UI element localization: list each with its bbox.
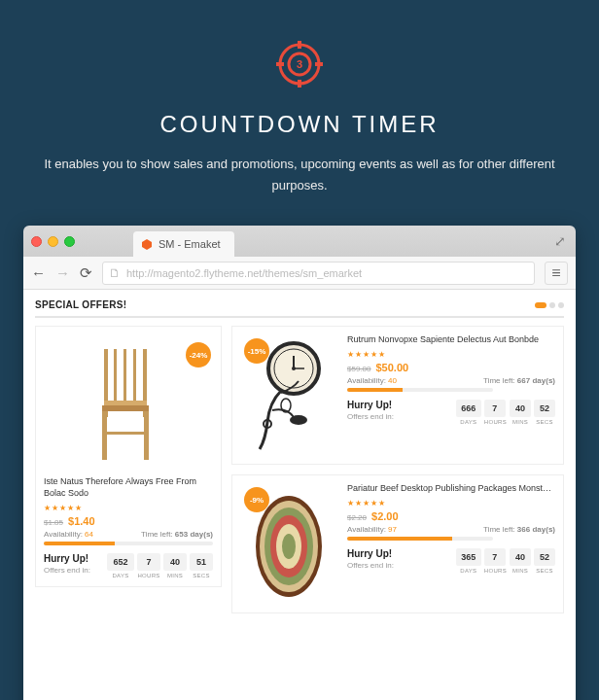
hero-title: COUNTDOWN TIMER	[19, 111, 580, 138]
svg-rect-10	[123, 349, 126, 402]
offers-end-label: Offers end in:	[347, 412, 394, 421]
product-card[interactable]: -15%	[231, 326, 564, 465]
svg-marker-7	[142, 239, 152, 250]
carousel-pager[interactable]	[535, 302, 564, 308]
availability-value: 40	[388, 376, 397, 385]
offers-end-label: Offers end in:	[347, 561, 394, 570]
availability-bar	[347, 537, 493, 541]
hurry-label: Hurry Up!	[44, 553, 90, 564]
availability-bar	[44, 542, 213, 545]
product-title: Pariatur Beef Desktop Publishing Package…	[347, 483, 555, 495]
hero-subtitle: It enables you to show sales and promoti…	[27, 154, 572, 196]
svg-rect-11	[133, 349, 136, 402]
browser-tab[interactable]: SM - Emaket	[133, 231, 234, 257]
cd-mins: 40	[163, 553, 187, 571]
product-image: -15%	[240, 334, 337, 456]
countdown-timer: 652DAYS 7HOURS 40MINS 51SECS	[107, 553, 213, 578]
countdown-timer: 666DAYS 7HOURS 40MINS 52SECS	[456, 400, 555, 425]
window-minimize-button[interactable]	[48, 236, 58, 247]
window-maximize-button[interactable]	[64, 236, 75, 247]
svg-rect-5	[315, 62, 323, 66]
pager-dot[interactable]	[549, 302, 555, 308]
discount-badge: -24%	[186, 342, 211, 368]
url-text: http://magento2.flytheme.net/themes/sm_e…	[126, 267, 362, 279]
browser-tabbar: SM - Emaket ⤢	[23, 226, 576, 257]
price: $50.00	[375, 362, 408, 373]
cd-hours: 7	[137, 553, 160, 571]
hamburger-menu-button[interactable]: ≡	[545, 262, 568, 285]
rating-stars: ★★★★★	[347, 499, 555, 508]
price: $1.40	[68, 515, 95, 527]
timeleft-value: 366 day(s)	[517, 525, 555, 534]
section-title: SPECIAL OFFERS!	[35, 299, 126, 310]
window-close-button[interactable]	[31, 236, 42, 247]
timeleft-label: Time left:	[141, 530, 173, 539]
availability-bar	[347, 388, 493, 392]
back-button[interactable]: ←	[31, 264, 46, 281]
svg-rect-16	[144, 411, 149, 460]
cd-days: 652	[107, 553, 134, 571]
svg-rect-14	[102, 405, 149, 411]
svg-rect-3	[298, 80, 301, 88]
pager-dot[interactable]	[558, 302, 564, 308]
target-icon: 3	[274, 39, 325, 93]
reload-button[interactable]: ⟳	[80, 264, 92, 282]
svg-rect-2	[298, 41, 301, 49]
svg-rect-17	[104, 432, 147, 435]
old-price: $2.20	[347, 513, 367, 522]
expand-icon[interactable]: ⤢	[554, 233, 566, 249]
old-price: $59.00	[347, 365, 370, 373]
svg-rect-4	[276, 62, 284, 66]
product-card[interactable]: -9% Pariatur Beef Desktop Publishing Pac…	[231, 474, 564, 613]
old-price: $1.85	[44, 518, 63, 527]
product-title: Iste Natus Therefore Always Free From Bo…	[44, 476, 213, 499]
address-bar[interactable]: 🗋 http://magento2.flytheme.net/themes/sm…	[102, 262, 535, 285]
price: $2.00	[371, 510, 399, 522]
cd-secs: 51	[190, 553, 213, 571]
hurry-label: Hurry Up!	[347, 548, 394, 559]
pager-dot[interactable]	[535, 302, 546, 308]
timeleft-value: 653 day(s)	[175, 530, 213, 539]
product-title: Rutrum Nonvopxe Sapiente Delectus Aut Bo…	[347, 334, 555, 346]
countdown-timer: 365DAYS 7HOURS 40MINS 52SECS	[456, 548, 555, 574]
svg-rect-9	[114, 349, 117, 402]
page-icon: 🗋	[109, 266, 121, 280]
hurry-label: Hurry Up!	[347, 400, 394, 410]
svg-text:3: 3	[297, 58, 302, 70]
tab-title: SM - Emaket	[159, 238, 221, 250]
page-content: SPECIAL OFFERS! -24%	[23, 290, 576, 700]
availability-value: 64	[85, 530, 93, 539]
discount-badge: -9%	[244, 487, 269, 512]
product-image: -9%	[240, 483, 337, 605]
svg-rect-13	[104, 401, 147, 405]
magento-icon	[141, 238, 153, 250]
availability-label: Availability:	[44, 530, 83, 539]
browser-window: SM - Emaket ⤢ ← → ⟳ 🗋 http://magento2.fl…	[23, 226, 576, 700]
rating-stars: ★★★★★	[347, 350, 555, 359]
svg-point-23	[290, 415, 307, 425]
browser-toolbar: ← → ⟳ 🗋 http://magento2.flytheme.net/the…	[23, 257, 576, 290]
product-card[interactable]: -24%	[35, 326, 222, 586]
availability-value: 97	[388, 525, 397, 534]
offers-end-label: Offers end in:	[44, 566, 90, 575]
svg-point-31	[282, 534, 296, 559]
forward-button[interactable]: →	[55, 264, 70, 281]
rating-stars: ★★★★★	[44, 504, 213, 512]
timeleft-value: 667 day(s)	[517, 376, 555, 385]
discount-badge: -15%	[244, 338, 269, 364]
svg-rect-15	[102, 411, 107, 460]
